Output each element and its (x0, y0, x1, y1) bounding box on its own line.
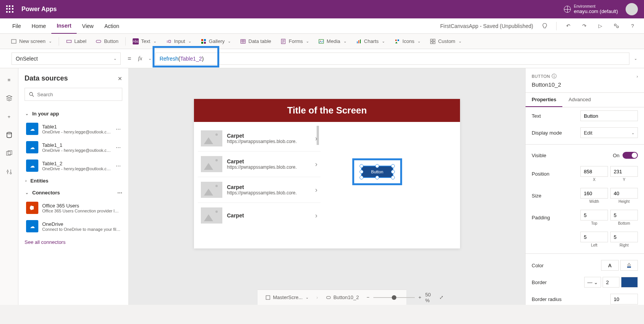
crumb-screen[interactable]: MasterScre...⌄ (262, 294, 312, 300)
chevron-right-icon[interactable]: › (315, 186, 317, 194)
display-mode-select[interactable]: Edit⌄ (580, 127, 638, 138)
label-button[interactable]: Label (62, 35, 90, 48)
more-button[interactable]: ⋯ (116, 163, 121, 169)
app-checker-icon[interactable] (540, 21, 549, 31)
redo-button[interactable]: ↷ (580, 21, 589, 31)
layers-icon[interactable] (5, 94, 14, 103)
width-input[interactable] (580, 188, 608, 199)
section-in-your-app[interactable]: ⌄In your app (25, 108, 122, 120)
resize-handle[interactable] (391, 164, 395, 168)
padding-left-input[interactable] (580, 232, 608, 242)
canvas-button[interactable]: Button (361, 166, 393, 178)
selected-button-wrap: Button (352, 158, 402, 185)
play-button[interactable]: ▷ (596, 21, 605, 31)
close-pane-button[interactable]: ✕ (118, 76, 122, 82)
section-entities[interactable]: ›Entities (25, 175, 122, 187)
more-button[interactable]: ⋯ (116, 145, 121, 150)
button-button[interactable]: Button (92, 35, 122, 48)
environment-selector[interactable]: Environment enayu.com (default) (574, 4, 618, 14)
text-color-button[interactable]: A (601, 260, 619, 271)
forms-dropdown[interactable]: Forms⌄ (276, 35, 313, 48)
media-dropdown[interactable]: Media⌄ (314, 35, 350, 48)
crumb-control[interactable]: Button10_2 (323, 294, 362, 300)
fit-screen-button[interactable]: ⤢ (439, 294, 444, 300)
formula-input[interactable]: Refresh(Table1_2) (155, 53, 629, 65)
menu-insert[interactable]: Insert (51, 18, 77, 34)
tools-icon[interactable] (5, 167, 14, 176)
zoom-out-button[interactable]: − (366, 294, 370, 300)
help-button[interactable]: ? (628, 21, 637, 31)
gallery-item[interactable]: Carpet› (198, 203, 320, 228)
search-box[interactable] (25, 88, 122, 101)
chevron-right-icon[interactable]: › (315, 135, 317, 143)
property-selector[interactable]: OnSelect⌄ (12, 53, 121, 65)
undo-button[interactable]: ↶ (564, 21, 573, 31)
menu-action[interactable]: Action (99, 18, 125, 34)
menu-view[interactable]: View (77, 18, 99, 34)
zoom-slider[interactable] (373, 297, 415, 298)
input-dropdown[interactable]: Input⌄ (162, 35, 195, 48)
gallery-item[interactable]: Carpethttps://pwrappssamples.blob.core.› (198, 151, 320, 177)
resize-handle[interactable] (360, 170, 363, 174)
data-icon[interactable] (5, 130, 14, 140)
border-style-button[interactable]: — ⌄ (584, 277, 601, 288)
height-input[interactable] (610, 188, 638, 199)
pane-chevron[interactable]: › (637, 74, 638, 79)
screen-title[interactable]: Title of the Screen (194, 99, 460, 122)
menu-file[interactable]: File (7, 18, 26, 34)
table-item[interactable]: ☁Table1OneDrive - henry.legge@outlook.co… (25, 120, 122, 138)
chevron-right-icon[interactable]: › (315, 212, 317, 220)
search-input[interactable] (37, 92, 118, 97)
more-button[interactable]: ⋯ (116, 126, 121, 132)
resize-handle[interactable] (375, 164, 379, 168)
padding-bottom-input[interactable] (610, 210, 638, 220)
waffle-icon[interactable] (6, 5, 14, 13)
resize-handle[interactable] (391, 176, 395, 179)
radius-input[interactable] (610, 294, 638, 304)
tab-advanced[interactable]: Advanced (562, 93, 597, 107)
chevron-right-icon[interactable]: › (315, 160, 317, 168)
padding-top-input[interactable] (580, 210, 608, 220)
see-all-connectors-link[interactable]: See all connectors (25, 235, 66, 249)
share-button[interactable] (612, 21, 621, 31)
resize-handle[interactable] (360, 176, 363, 179)
x-input[interactable] (580, 166, 608, 177)
connector-item[interactable]: Office 365 UsersOffice 365 Users Connect… (25, 199, 122, 217)
border-color-button[interactable] (621, 277, 638, 288)
formula-expand[interactable]: ⌄ (634, 56, 637, 61)
gallery-dropdown[interactable]: Gallery⌄ (197, 35, 235, 48)
fx-dropdown[interactable]: ⌄ (148, 56, 151, 61)
y-input[interactable] (610, 166, 638, 177)
gallery[interactable]: Carpethttps://pwrappssamples.blob.core.›… (198, 126, 320, 228)
text-dropdown[interactable]: AbcText⌄ (129, 35, 160, 48)
section-connectors[interactable]: ⌄Connectors⋯ (25, 187, 122, 199)
new-screen-button[interactable]: New screen⌄ (7, 35, 56, 48)
gallery-item[interactable]: Carpethttps://pwrappssamples.blob.core.› (198, 177, 320, 203)
menu-home[interactable]: Home (26, 18, 51, 34)
zoom-in-button[interactable]: + (419, 294, 422, 300)
canvas-screen[interactable]: Title of the Screen Carpethttps://pwrapp… (194, 99, 460, 248)
resize-handle[interactable] (375, 176, 379, 179)
tab-properties[interactable]: Properties (526, 93, 562, 107)
insert-icon[interactable]: + (5, 112, 14, 121)
data-table-button[interactable]: Data table (236, 35, 275, 48)
tree-view-icon[interactable]: ≡ (5, 75, 14, 84)
table-item[interactable]: ☁Table1_1OneDrive - henry.legge@outlook.… (25, 138, 122, 156)
text-input[interactable] (580, 110, 638, 121)
gallery-item[interactable]: Carpethttps://pwrappssamples.blob.core.› (198, 126, 320, 151)
visible-toggle[interactable] (623, 152, 638, 159)
connector-item[interactable]: ☁OneDriveConnect to OneDrive to manage y… (25, 217, 122, 235)
user-avatar[interactable] (626, 3, 638, 15)
image-placeholder (201, 207, 222, 224)
charts-dropdown[interactable]: Charts⌄ (352, 35, 389, 48)
media-panel-icon[interactable] (5, 149, 14, 158)
resize-handle[interactable] (360, 164, 363, 168)
icons-dropdown[interactable]: Icons⌄ (390, 35, 424, 48)
resize-handle[interactable] (391, 170, 395, 174)
custom-dropdown[interactable]: Custom⌄ (426, 35, 465, 48)
border-width-input[interactable] (603, 277, 619, 288)
canvas-area[interactable]: Title of the Screen Carpethttps://pwrapp… (129, 68, 525, 305)
table-item[interactable]: ☁Table1_2OneDrive - henry.legge@outlook.… (25, 156, 122, 175)
fill-color-button[interactable] (620, 260, 638, 271)
padding-right-input[interactable] (610, 232, 638, 242)
